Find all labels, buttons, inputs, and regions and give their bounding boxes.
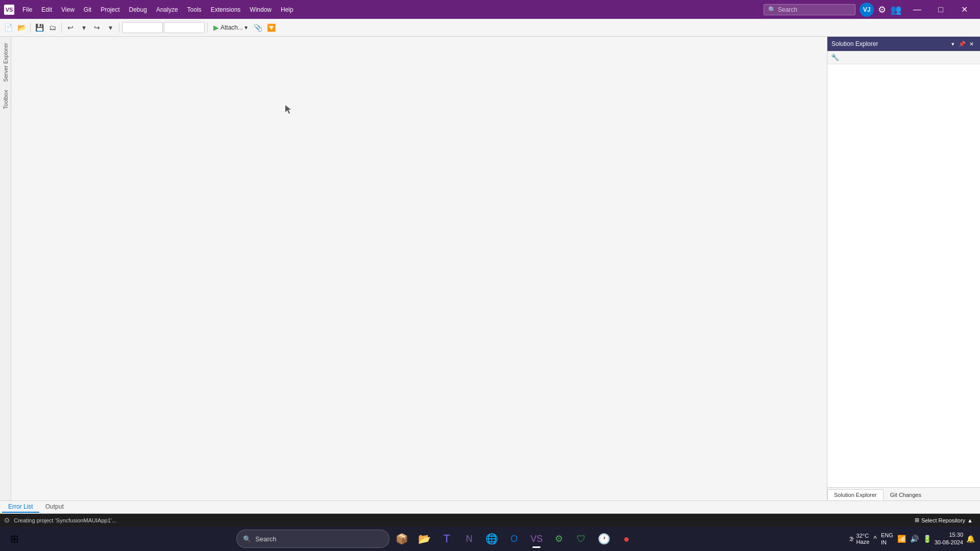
tab-solution-explorer[interactable]: Solution Explorer bbox=[827, 489, 884, 500]
weather-icon: 🌫 bbox=[849, 536, 854, 542]
menu-help[interactable]: Help bbox=[277, 4, 298, 15]
search-icon: 🔍 bbox=[768, 6, 776, 13]
taskbar-outlook-app[interactable]: O bbox=[504, 529, 524, 549]
open-button[interactable]: 📂 bbox=[15, 21, 28, 34]
taskbar-left: ⊞ bbox=[4, 529, 24, 549]
taskbar-kaspersky-app[interactable]: 🛡 bbox=[571, 529, 592, 549]
select-repo-label: Select Repository bbox=[921, 517, 965, 523]
solution-explorer-close-button[interactable]: ✕ bbox=[967, 39, 976, 48]
weather-widget[interactable]: 🌫 32°C Haze bbox=[849, 533, 870, 545]
redo-button[interactable]: ↪ bbox=[91, 21, 103, 34]
close-button[interactable]: ✕ bbox=[952, 0, 976, 19]
tray-chevron[interactable]: ^ bbox=[872, 534, 878, 544]
github-icon[interactable]: ⚙ bbox=[878, 4, 886, 15]
title-search-input[interactable] bbox=[778, 6, 851, 13]
toolbar: 📄 📂 💾 🗂 ↩ ▾ ↪ ▾ ▶ Attach... ▾ 📎 🔽 bbox=[0, 19, 980, 37]
server-explorer-tab[interactable]: Server Explorer bbox=[1, 39, 11, 86]
taskbar-search-box[interactable]: 🔍 Search bbox=[236, 530, 389, 548]
taskbar-chrome2-app[interactable]: ● bbox=[616, 529, 636, 549]
volume-icon[interactable]: 🔊 bbox=[909, 534, 920, 544]
output-tab[interactable]: Output bbox=[39, 502, 70, 513]
attach-dropdown-arrow: ▾ bbox=[244, 24, 248, 31]
error-list-tab[interactable]: Error List bbox=[2, 502, 39, 513]
debug-options-button[interactable]: 🔽 bbox=[265, 21, 277, 34]
language-indicator[interactable]: ENGIN bbox=[880, 531, 894, 547]
panel-bottom-tabs: Solution Explorer Git Changes bbox=[827, 487, 980, 500]
toolbar-sep-4 bbox=[207, 22, 208, 33]
taskbar: ⊞ 🔍 Search 📦 📂 T N 🌐 O VS ⚙ bbox=[0, 527, 980, 551]
menu-file[interactable]: File bbox=[18, 4, 36, 15]
toolbar-sep-2 bbox=[61, 22, 62, 33]
progress-text: Creating project 'SyncfusionMAUIApp1'... bbox=[14, 517, 908, 523]
title-search-box[interactable]: 🔍 bbox=[764, 4, 855, 15]
undo-dropdown-button[interactable]: ▾ bbox=[78, 21, 90, 34]
menu-debug[interactable]: Debug bbox=[125, 4, 151, 15]
tray-clock[interactable]: 15:30 30-08-2024 bbox=[935, 531, 963, 547]
new-project-button[interactable]: 📄 bbox=[2, 21, 14, 34]
chrome2-icon: ● bbox=[623, 533, 629, 545]
progress-icon: ⊙ bbox=[4, 516, 10, 524]
menu-analyze[interactable]: Analyze bbox=[152, 4, 182, 15]
redo-dropdown-button[interactable]: ▾ bbox=[104, 21, 116, 34]
cursor-indicator bbox=[284, 104, 289, 112]
taskbar-chrome1-app[interactable]: 🌐 bbox=[481, 529, 502, 549]
taskbar-center: 🔍 Search 📦 📂 T N 🌐 O VS ⚙ 🛡 � bbox=[24, 529, 849, 549]
tab-git-changes[interactable]: Git Changes bbox=[884, 489, 928, 500]
taskbar-teams-app[interactable]: T bbox=[436, 529, 457, 549]
menu-tools[interactable]: Tools bbox=[183, 4, 206, 15]
weather-temp: 32°C bbox=[856, 533, 870, 539]
solution-explorer-dock-button[interactable]: 📌 bbox=[958, 39, 967, 48]
teams-icon: T bbox=[444, 532, 450, 545]
wifi-icon[interactable]: 📶 bbox=[896, 534, 907, 544]
menu-project[interactable]: Project bbox=[96, 4, 124, 15]
solution-explorer-panel: Solution Explorer ▾ 📌 ✕ 🔧 Solution Explo… bbox=[827, 37, 980, 500]
attach-process-button[interactable]: 📎 bbox=[252, 21, 264, 34]
main-area: Server Explorer Toolbox Solution Explore… bbox=[0, 37, 980, 500]
taskbar-search-icon: 🔍 bbox=[243, 535, 251, 543]
solution-explorer-header: Solution Explorer ▾ 📌 ✕ bbox=[827, 37, 980, 51]
solution-explorer-content[interactable] bbox=[827, 64, 980, 487]
battery-icon[interactable]: 🔋 bbox=[922, 534, 933, 544]
vs-taskbar-icon: VS bbox=[530, 534, 543, 544]
menu-window[interactable]: Window bbox=[246, 4, 276, 15]
editor-area[interactable] bbox=[11, 37, 827, 500]
user-avatar[interactable]: VJ bbox=[860, 3, 874, 17]
live-share-icon[interactable]: 👥 bbox=[890, 4, 901, 15]
platform-dropdown[interactable] bbox=[164, 22, 205, 33]
taskbar-github-app[interactable]: ⚙ bbox=[549, 529, 569, 549]
weather-desc: Haze bbox=[856, 539, 870, 545]
minimize-button[interactable]: — bbox=[905, 0, 929, 19]
solution-explorer-tools-button[interactable]: 🔧 bbox=[829, 52, 841, 63]
taskbar-clock-app[interactable]: 🕐 bbox=[594, 529, 614, 549]
tray-time-display: 15:30 bbox=[935, 531, 963, 539]
save-all-button[interactable]: 🗂 bbox=[46, 21, 59, 34]
configuration-dropdown[interactable] bbox=[122, 22, 163, 33]
select-repo-icon: ⊞ bbox=[915, 517, 919, 523]
solution-explorer-pin-button[interactable]: ▾ bbox=[948, 39, 958, 48]
toolbar-sep-3 bbox=[119, 22, 119, 33]
taskbar-files-app[interactable]: 📦 bbox=[391, 529, 412, 549]
tray-date-display: 30-08-2024 bbox=[935, 539, 963, 546]
title-bar: VS File Edit View Git Project Debug Anal… bbox=[0, 0, 980, 19]
select-repository-button[interactable]: ⊞ Select Repository ▲ bbox=[912, 516, 976, 524]
github-taskbar-icon: ⚙ bbox=[555, 533, 563, 544]
start-button[interactable]: ⊞ bbox=[4, 529, 24, 549]
toolbox-tab[interactable]: Toolbox bbox=[1, 86, 11, 113]
outlook-icon: O bbox=[510, 534, 518, 544]
menu-edit[interactable]: Edit bbox=[37, 4, 56, 15]
taskbar-onenote-app[interactable]: N bbox=[459, 529, 479, 549]
title-right-controls: 🔍 VJ ⚙ 👥 — □ ✕ bbox=[764, 0, 976, 19]
save-button[interactable]: 💾 bbox=[33, 21, 45, 34]
notification-icon[interactable]: 🔔 bbox=[965, 534, 976, 544]
menu-view[interactable]: View bbox=[57, 4, 79, 15]
menu-git[interactable]: Git bbox=[80, 4, 95, 15]
solution-explorer-toolbar: 🔧 bbox=[827, 51, 980, 64]
attach-button[interactable]: ▶ Attach... ▾ bbox=[210, 21, 251, 34]
taskbar-search-text: Search bbox=[255, 535, 276, 543]
taskbar-explorer-app[interactable]: 📂 bbox=[414, 529, 434, 549]
taskbar-vs-app[interactable]: VS bbox=[526, 529, 547, 549]
onenote-icon: N bbox=[466, 534, 473, 544]
maximize-button[interactable]: □ bbox=[929, 0, 952, 19]
undo-button[interactable]: ↩ bbox=[64, 21, 77, 34]
menu-extensions[interactable]: Extensions bbox=[207, 4, 245, 15]
